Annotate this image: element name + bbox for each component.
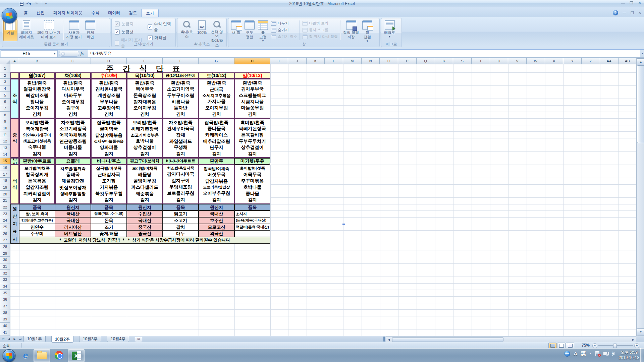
name-box[interactable]: H15 ▼ [1,50,58,57]
date-cell[interactable]: 일(10/13) [234,72,270,79]
column-header-U[interactable]: U [490,58,508,64]
row-header-2[interactable]: 2 [0,72,10,79]
origin-header-cell[interactable]: 원산지 [199,204,234,211]
origin-value-cell[interactable]: 수입산 [127,210,163,217]
scroll-left-button[interactable]: ◀ [386,338,391,342]
checkbox-icon[interactable]: ✓ [115,29,120,35]
row-header-29[interactable]: 29 [0,250,10,257]
menu-cell-조식[interactable]: 흰밥/흰죽다시마무국마파두부오이채무침김구이김치 [55,79,91,118]
help-button[interactable]: ? [613,10,618,15]
row-header-7[interactable]: 7 [0,105,10,112]
column-header-X[interactable]: X [545,58,564,64]
column-header-G[interactable]: G [199,58,234,64]
menu-cell-조식[interactable]: 흰밥/흰죽김치콩나물국계란장조림무우나물고추장아찌김치 [91,79,127,118]
row-header-30[interactable]: 30 [0,257,10,263]
column-header-Z[interactable]: Z [582,58,600,64]
row-header-14[interactable]: 14 [0,151,10,158]
origin-value-cell[interactable]: 국내산 [55,217,91,224]
row-header-16[interactable]: 16 [0,165,10,171]
origin-value-cell[interactable]: 중국산 [127,224,163,231]
sheet-nav-previous-button[interactable]: ◀ [6,337,11,342]
origin-header-cell[interactable]: 원산지 [127,204,163,211]
zoom-in-icon[interactable]: + [634,343,639,348]
scroll-down-button[interactable]: ▼ [637,328,644,336]
menu-cell-중식[interactable]: 보리밥/흰죽북어계란국임연수카레구이생표고버섯볶음숙주나물김치 [19,118,55,158]
section-label-석식[interactable]: 석식 [10,165,19,204]
tab-scrollbar-splitter[interactable] [383,337,385,342]
row-header-37[interactable]: 37 [0,303,10,310]
origin-value-cell[interactable]: 중국산 [127,230,163,237]
origin-label[interactable]: 원산지표시 [10,204,19,244]
origin-header-cell[interactable]: 품목 [234,204,270,211]
tab-삽입[interactable]: 삽입 [32,9,49,17]
zoom-button[interactable]: 확대/축소 [178,19,195,41]
sheet-tab-10월1주[interactable]: 10월1주 [23,336,46,342]
new-window-button[interactable]: 새 창 [229,19,243,41]
start-button[interactable] [3,349,15,362]
origin-value-cell[interactable]: 베트남산 [55,230,91,237]
tab-페이지 레이아웃[interactable]: 페이지 레이아웃 [49,9,87,17]
column-header-W[interactable]: W [527,58,545,64]
date-cell[interactable]: 목(10/10) [127,72,163,79]
macro-button[interactable]: 매크로▼ [382,19,397,41]
zoom-selection-button[interactable]: 선택 영역 확대/축소 [209,19,225,41]
checkbox-수식 입력줄[interactable]: ✓수식 입력줄 [148,21,172,33]
expand-formula-bar-icon[interactable]: ▾ [642,52,643,55]
menu-cell-중식[interactable]: 차조밥/흰죽소고기해장국어묵야채볶음연근땅콩조림비름나물김치 [55,118,91,158]
zoom-slider[interactable]: − + [592,343,639,347]
column-header-R[interactable]: R [435,58,453,64]
arrange-all-button[interactable]: 모두 정렬 [243,19,256,41]
snack-cell[interactable]: 바나나/주스 [91,158,127,165]
row-header-22[interactable]: 22 [0,204,10,211]
ime-mode[interactable]: A [574,351,577,356]
row-header-11[interactable]: 11 [0,131,10,138]
origin-value-cell[interactable]: 러시아산 [55,224,91,231]
row-header-21[interactable]: 21 [0,197,10,204]
origin-item-cell[interactable]: 떡갈비(돈육:국내산) [234,224,270,231]
row-header-32[interactable]: 32 [0,270,10,277]
snack-cell[interactable]: 찐고구마/보리차 [127,158,163,165]
zoom-100-button[interactable]: 100% [195,19,209,41]
menu-cell-석식[interactable]: 차조밥/참깨죽동태국해물경단전맛살오이냉채양배추찜/쌈장김치 [55,165,91,204]
date-cell[interactable]: 토(10/12) [199,72,234,79]
column-header-C[interactable]: C [55,58,91,64]
origin-header-cell[interactable]: 원산지 [55,204,91,211]
formula-bar-handle[interactable] [59,51,79,57]
row-header-39[interactable]: 39 [0,316,10,323]
spreadsheet-grid[interactable]: ABCDEFGHIJKLMNOPQRSTUVWXYZAAAB1234567891… [0,58,636,336]
row-header-12[interactable]: 12 [0,138,10,145]
menu-cell-조식[interactable]: 흰밥/흰죽북어무국돈육장조림감자채볶음오이지무침김치 [127,79,163,118]
date-cell[interactable]: 금(10/11)생신잔치 [163,72,199,79]
column-header-K[interactable]: K [307,58,325,64]
workbook-minimize-button[interactable]: — [623,11,626,15]
column-header-Y[interactable]: Y [564,58,582,64]
row-header-41[interactable]: 41 [0,329,10,336]
menu-cell-중식[interactable]: 차조밥/흰죽건새우아욱국잡채과일샐러드무생채김치 [163,118,199,158]
column-header-M[interactable]: M [343,58,362,64]
split-button[interactable]: 나누기 [271,21,297,26]
section-label-중식[interactable]: 중식 [10,118,19,158]
row-header-20[interactable]: 20 [0,191,10,197]
origin-header-cell[interactable]: 품목 [19,204,55,211]
menu-cell-석식[interactable]: 흑미밥/버섯죽어묵무국주꾸미볶음호박나물콩나물김치 [234,165,270,204]
menu-cell-석식[interactable]: 잡곡밥/야채죽버섯무국닭감자볶음도토리묵/양념장오이부추무침김치 [199,165,234,204]
row-header-8[interactable]: 8 [0,112,10,118]
origin-item-cell[interactable]: 주꾸미 [19,230,55,237]
tab-검토[interactable]: 검토 [124,9,141,17]
tab-보기[interactable]: 보기 [141,9,159,17]
row-header-38[interactable]: 38 [0,309,10,316]
section-label-조식[interactable]: 조식 [10,79,19,118]
menu-cell-석식[interactable]: 차조밥/흑임자죽감자다시마국갈치구이우엉채조림브로콜리무침김치 [163,165,199,204]
column-header-P[interactable]: P [398,58,417,64]
row-header-19[interactable]: 19 [0,184,10,191]
horizontal-scroll-thumb[interactable] [392,337,503,342]
sheet-nav-next-button[interactable]: ▶ [12,337,17,342]
menu-cell-조식[interactable]: 흰밥/흰죽근대국소세지고추볶음가지나물오이지무침김치 [199,79,234,118]
insert-worksheet-tab[interactable]: ⊞ [135,337,142,342]
taskbar-chrome[interactable] [52,349,66,361]
snack-cell[interactable]: 요플레 [55,158,91,165]
taskbar-internet-explorer[interactable]: e [19,349,32,361]
row-header-34[interactable]: 34 [0,283,10,290]
row-header-25[interactable]: 25 [0,224,10,231]
column-header-S[interactable]: S [453,58,472,64]
